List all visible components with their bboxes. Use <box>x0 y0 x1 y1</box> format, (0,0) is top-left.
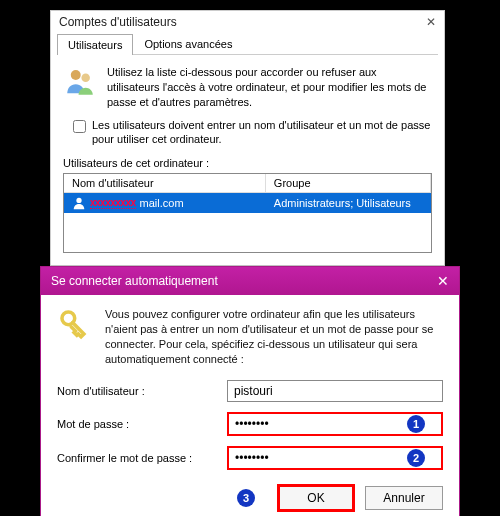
column-group[interactable]: Groupe <box>266 174 431 192</box>
dialog-titlebar: Se connecter automatiquement ✕ <box>41 267 459 295</box>
window-titlebar: Comptes d'utilisateurs ✕ <box>51 11 444 33</box>
password-label: Mot de passe : <box>57 418 227 430</box>
svg-point-2 <box>76 198 81 203</box>
dialog-title: Se connecter automatiquement <box>51 274 218 288</box>
require-login-checkbox[interactable] <box>73 120 86 133</box>
redacted-text: xxxxxxxxx <box>90 197 136 209</box>
cancel-button[interactable]: Annuler <box>365 486 443 510</box>
svg-point-1 <box>81 74 90 83</box>
user-name-cell: xxxxxxxxxmail.com <box>64 193 266 213</box>
tab-strip: Utilisateurs Options avancées <box>57 33 438 55</box>
close-icon[interactable]: ✕ <box>437 273 449 289</box>
column-username[interactable]: Nom d'utilisateur <box>64 174 266 192</box>
confirm-row: Confirmer le mot de passe : 2 <box>57 446 443 470</box>
ok-button[interactable]: OK <box>277 484 355 512</box>
table-row[interactable]: xxxxxxxxxmail.com Administrateurs; Utili… <box>64 193 431 213</box>
require-login-checkbox-row: Les utilisateurs doivent entrer un nom d… <box>73 118 432 148</box>
user-accounts-window: Comptes d'utilisateurs ✕ Utilisateurs Op… <box>50 10 445 266</box>
dialog-intro: Vous pouvez configurer votre ordinateur … <box>57 307 443 366</box>
svg-point-0 <box>71 70 81 80</box>
user-list: Nom d'utilisateur Groupe xxxxxxxxxmail.c… <box>63 173 432 253</box>
userlist-label: Utilisateurs de cet ordinateur : <box>63 157 432 169</box>
tab-users[interactable]: Utilisateurs <box>57 34 133 55</box>
mail-rest: mail.com <box>140 197 184 209</box>
user-icon <box>72 196 86 210</box>
tab-content: Utilisez la liste ci-dessous pour accord… <box>51 55 444 265</box>
require-login-label: Les utilisateurs doivent entrer un nom d… <box>92 118 432 148</box>
intro-text: Utilisez la liste ci-dessous pour accord… <box>107 65 432 110</box>
intro-block: Utilisez la liste ci-dessous pour accord… <box>63 65 432 110</box>
username-label: Nom d'utilisateur : <box>57 385 227 397</box>
password-row: Mot de passe : 1 <box>57 412 443 436</box>
window-title: Comptes d'utilisateurs <box>59 15 177 29</box>
dialog-buttons: 3 OK Annuler <box>57 484 443 512</box>
username-field[interactable] <box>227 380 443 402</box>
dialog-body: Vous pouvez configurer votre ordinateur … <box>41 295 459 516</box>
close-icon[interactable]: ✕ <box>426 15 436 29</box>
password-field[interactable] <box>227 412 443 436</box>
username-row: Nom d'utilisateur : <box>57 380 443 402</box>
tab-advanced[interactable]: Options avancées <box>133 33 243 54</box>
user-group-cell: Administrateurs; Utilisateurs <box>266 193 431 213</box>
user-list-header: Nom d'utilisateur Groupe <box>64 174 431 193</box>
key-icon <box>57 307 91 366</box>
confirm-label: Confirmer le mot de passe : <box>57 452 227 464</box>
confirm-password-field[interactable] <box>227 446 443 470</box>
auto-login-dialog: Se connecter automatiquement ✕ Vous pouv… <box>40 266 460 516</box>
people-icon <box>63 65 97 110</box>
dialog-intro-text: Vous pouvez configurer votre ordinateur … <box>105 307 443 366</box>
annotation-badge-3: 3 <box>237 489 255 507</box>
